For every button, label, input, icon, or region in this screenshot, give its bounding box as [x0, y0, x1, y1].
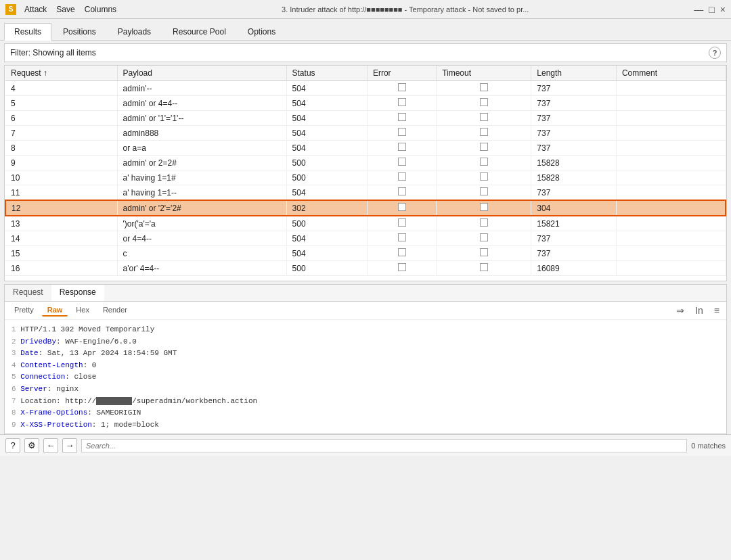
- cell-comment: [616, 141, 726, 156]
- col-error[interactable]: Error: [367, 66, 436, 81]
- table-row[interactable]: 5admin' or 4=4--504737: [5, 96, 726, 111]
- timeout-checkbox[interactable]: [480, 128, 488, 136]
- col-request[interactable]: Request ↑: [5, 66, 117, 81]
- main-tab-bar: Results Positions Payloads Resource Pool…: [0, 19, 731, 41]
- cell-error: [367, 156, 436, 170]
- table-row[interactable]: 4admin'--504737: [5, 81, 726, 96]
- cell-timeout: [437, 141, 531, 156]
- filter-help-button[interactable]: ?: [709, 47, 721, 59]
- error-checkbox[interactable]: [398, 172, 406, 181]
- table-row[interactable]: 8or a=a504737: [5, 141, 726, 156]
- bottom-toolbar: ? ⚙ ← → 0 matches: [0, 434, 731, 456]
- timeout-checkbox[interactable]: [480, 172, 488, 181]
- cell-error: [367, 185, 436, 201]
- menu-attack[interactable]: Attack: [24, 5, 47, 14]
- error-checkbox[interactable]: [398, 143, 406, 151]
- table-row[interactable]: 10a' having 1=1#50015828: [5, 170, 726, 185]
- sub-tab-render[interactable]: Render: [97, 304, 133, 317]
- timeout-checkbox[interactable]: [480, 113, 488, 121]
- help-icon-button[interactable]: ?: [5, 438, 20, 453]
- cell-status: 504: [286, 81, 367, 96]
- timeout-checkbox[interactable]: [480, 83, 488, 91]
- table-row[interactable]: 7admin888504737: [5, 126, 726, 141]
- forward-button[interactable]: →: [62, 438, 77, 453]
- tab-positions[interactable]: Positions: [53, 23, 106, 40]
- tab-options[interactable]: Options: [238, 23, 286, 40]
- timeout-checkbox[interactable]: [480, 143, 488, 151]
- timeout-checkbox[interactable]: [480, 203, 488, 211]
- sub-tab-hex[interactable]: Hex: [70, 304, 95, 317]
- minimize-button[interactable]: —: [694, 4, 703, 15]
- timeout-checkbox[interactable]: [480, 187, 488, 195]
- cell-error: [367, 261, 436, 276]
- col-status[interactable]: Status: [286, 66, 367, 81]
- error-checkbox[interactable]: [398, 263, 406, 271]
- error-checkbox[interactable]: [398, 233, 406, 241]
- timeout-checkbox[interactable]: [480, 158, 488, 166]
- cell-request-id: 15: [5, 246, 117, 261]
- cell-timeout: [437, 170, 531, 185]
- error-checkbox[interactable]: [398, 203, 406, 211]
- cell-length: 737: [531, 231, 617, 246]
- error-checkbox[interactable]: [398, 187, 406, 195]
- back-button[interactable]: ←: [43, 438, 58, 453]
- cell-payload: ')or('a'='a: [117, 216, 286, 231]
- menu-save[interactable]: Save: [56, 5, 74, 14]
- error-checkbox[interactable]: [398, 128, 406, 136]
- error-checkbox[interactable]: [398, 248, 406, 256]
- cell-timeout: [437, 156, 531, 170]
- menu-columns[interactable]: Columns: [85, 5, 116, 14]
- cell-length: 737: [531, 185, 617, 201]
- send-to-icon[interactable]: ⇒: [673, 304, 687, 317]
- error-checkbox[interactable]: [398, 113, 406, 121]
- cell-payload: admin' or 4=4--: [117, 96, 286, 111]
- tab-request[interactable]: Request: [5, 285, 51, 301]
- tab-results[interactable]: Results: [4, 23, 51, 41]
- cell-length: 737: [531, 126, 617, 141]
- search-input[interactable]: [81, 439, 687, 452]
- title-bar: S Attack Save Columns 3. Intruder attack…: [0, 0, 731, 19]
- cell-length: 737: [531, 81, 617, 96]
- error-checkbox[interactable]: [398, 218, 406, 227]
- cell-payload: c: [117, 246, 286, 261]
- col-timeout[interactable]: Timeout: [437, 66, 531, 81]
- timeout-checkbox[interactable]: [480, 263, 488, 271]
- timeout-checkbox[interactable]: [480, 218, 488, 227]
- timeout-checkbox[interactable]: [480, 233, 488, 241]
- bottom-tab-bar: Request Response: [5, 285, 726, 302]
- timeout-checkbox[interactable]: [480, 98, 488, 106]
- cell-timeout: [437, 246, 531, 261]
- table-row[interactable]: 13')or('a'='a50015821: [5, 216, 726, 231]
- error-checkbox[interactable]: [398, 83, 406, 91]
- cell-length: 737: [531, 141, 617, 156]
- menu-icon[interactable]: ≡: [711, 304, 722, 317]
- maximize-button[interactable]: □: [709, 4, 714, 15]
- timeout-checkbox[interactable]: [480, 248, 488, 256]
- col-comment[interactable]: Comment: [616, 66, 726, 81]
- cell-error: [367, 81, 436, 96]
- error-checkbox[interactable]: [398, 98, 406, 106]
- table-row[interactable]: 12admin' or '2'='2#302304: [5, 200, 726, 216]
- col-payload[interactable]: Payload: [117, 66, 286, 81]
- table-row[interactable]: 9admin' or 2=2#50015828: [5, 156, 726, 170]
- sub-tab-pretty[interactable]: Pretty: [9, 304, 39, 317]
- table-row[interactable]: 11a' having 1=1--504737: [5, 185, 726, 201]
- table-row[interactable]: 16a'or' 4=4--50016089: [5, 261, 726, 276]
- col-length[interactable]: Length: [531, 66, 617, 81]
- cell-request-id: 8: [5, 141, 117, 156]
- sub-tab-raw[interactable]: Raw: [42, 304, 68, 317]
- in-icon[interactable]: In: [692, 304, 706, 317]
- cell-error: [367, 111, 436, 126]
- response-line: 3 Date: Sat, 13 Apr 2024 18:54:59 GMT: [12, 348, 719, 360]
- cell-status: 504: [286, 185, 367, 201]
- table-row[interactable]: 6admin' or '1'='1'--504737: [5, 111, 726, 126]
- cell-request-id: 9: [5, 156, 117, 170]
- tab-payloads[interactable]: Payloads: [108, 23, 161, 40]
- table-row[interactable]: 15c504737: [5, 246, 726, 261]
- table-row[interactable]: 14or 4=4--504737: [5, 231, 726, 246]
- settings-icon-button[interactable]: ⚙: [24, 438, 39, 453]
- tab-response[interactable]: Response: [51, 285, 104, 301]
- error-checkbox[interactable]: [398, 158, 406, 166]
- close-button[interactable]: ×: [720, 4, 726, 15]
- tab-resource-pool[interactable]: Resource Pool: [162, 23, 236, 40]
